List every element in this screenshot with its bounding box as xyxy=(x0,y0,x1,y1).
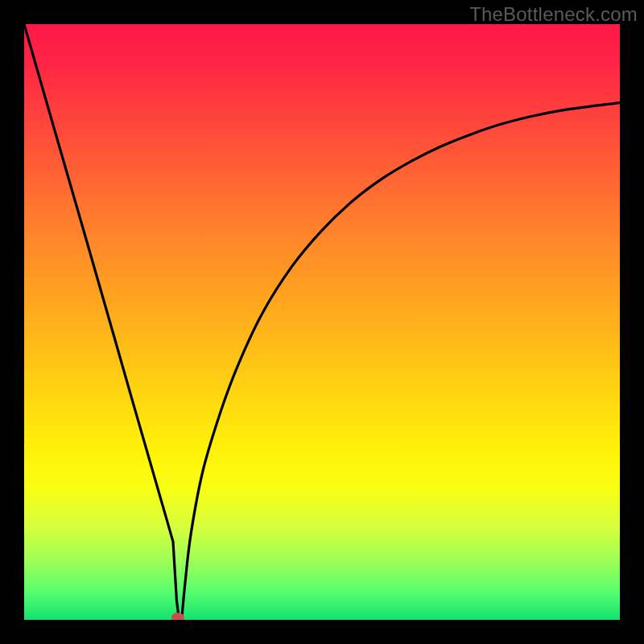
bottleneck-curve xyxy=(24,24,620,620)
chart-frame: TheBottleneck.com xyxy=(0,0,644,644)
plot-area xyxy=(24,24,620,620)
watermark-text: TheBottleneck.com xyxy=(469,3,638,26)
curve-layer xyxy=(24,24,620,620)
